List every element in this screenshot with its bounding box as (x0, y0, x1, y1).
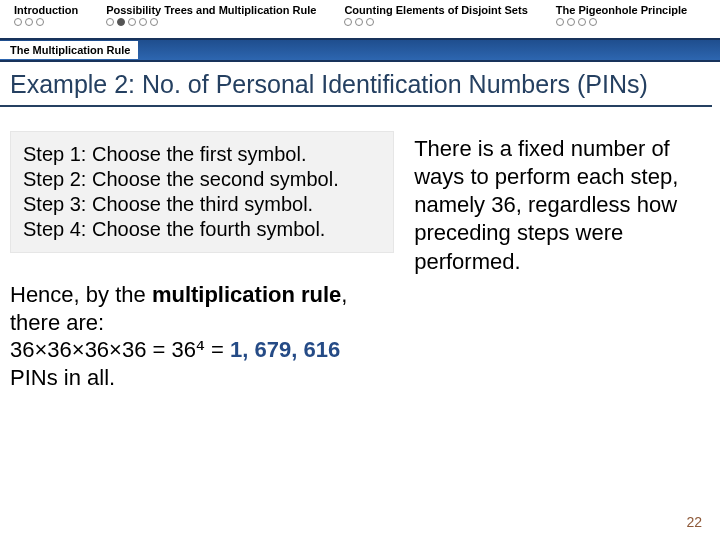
left-column: Step 1: Choose the first symbol. Step 2:… (10, 131, 394, 391)
nav-dots (556, 18, 687, 26)
progress-dot[interactable] (128, 18, 136, 26)
slide-title: Example 2: No. of Personal Identificatio… (0, 68, 720, 105)
nav-label: Possibility Trees and Multiplication Rul… (106, 4, 316, 16)
nav-pigeonhole[interactable]: The Pigeonhole Principle (542, 0, 701, 38)
progress-dot[interactable] (14, 18, 22, 26)
nav-sections: Introduction Possibility Trees and Multi… (0, 0, 720, 38)
conclusion-lead: Hence, by the (10, 282, 152, 307)
title-underline (0, 105, 712, 107)
nav-dots (106, 18, 316, 26)
progress-dot[interactable] (150, 18, 158, 26)
slide-body: Step 1: Choose the first symbol. Step 2:… (0, 107, 720, 391)
conclusion-tail2: PINs in all. (10, 365, 115, 390)
conclusion-bold: multiplication rule (152, 282, 341, 307)
nav-dots (344, 18, 527, 26)
steps-box: Step 1: Choose the first symbol. Step 2:… (10, 131, 394, 253)
progress-dot[interactable] (556, 18, 564, 26)
progress-dot[interactable] (25, 18, 33, 26)
progress-dot-current[interactable] (117, 18, 125, 26)
subsection-label: The Multiplication Rule (0, 41, 138, 59)
progress-dot[interactable] (589, 18, 597, 26)
nav-label: The Pigeonhole Principle (556, 4, 687, 16)
step-line: Step 1: Choose the first symbol. (23, 142, 381, 167)
nav-label: Introduction (14, 4, 78, 16)
progress-dot[interactable] (567, 18, 575, 26)
conclusion-eq-lhs: 36×36×36×36 = 36⁴ = (10, 337, 230, 362)
progress-dot[interactable] (578, 18, 586, 26)
progress-dot[interactable] (106, 18, 114, 26)
progress-dot[interactable] (139, 18, 147, 26)
nav-disjoint-sets[interactable]: Counting Elements of Disjoint Sets (330, 0, 541, 38)
page-number: 22 (686, 514, 702, 530)
conclusion-text: Hence, by the multiplication rule, there… (10, 281, 394, 391)
nav-dots (14, 18, 78, 26)
subsection-bar: The Multiplication Rule (0, 38, 720, 62)
step-line: Step 4: Choose the fourth symbol. (23, 217, 381, 242)
progress-dot[interactable] (344, 18, 352, 26)
slide: Introduction Possibility Trees and Multi… (0, 0, 720, 540)
nav-label: Counting Elements of Disjoint Sets (344, 4, 527, 16)
conclusion-answer: 1, 679, 616 (230, 337, 340, 362)
step-line: Step 3: Choose the third symbol. (23, 192, 381, 217)
nav-possibility-trees[interactable]: Possibility Trees and Multiplication Rul… (92, 0, 330, 38)
step-line: Step 2: Choose the second symbol. (23, 167, 381, 192)
progress-dot[interactable] (366, 18, 374, 26)
nav-intro[interactable]: Introduction (0, 0, 92, 38)
explanation-text: There is a fixed number of ways to perfo… (408, 135, 710, 276)
right-column: There is a fixed number of ways to perfo… (408, 131, 710, 391)
progress-dot[interactable] (36, 18, 44, 26)
progress-dot[interactable] (355, 18, 363, 26)
title-wrap: Example 2: No. of Personal Identificatio… (0, 68, 720, 107)
